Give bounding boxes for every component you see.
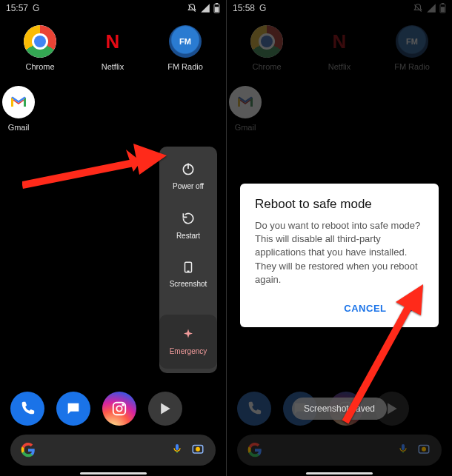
app-fmradio[interactable]: FM FM Radio xyxy=(153,25,218,71)
messages-icon xyxy=(65,400,82,417)
status-time: 15:57 xyxy=(6,3,28,13)
screenshot-button[interactable]: Screenshot xyxy=(159,250,217,298)
svg-rect-2 xyxy=(216,3,219,4)
app-label: Chrome xyxy=(25,62,54,71)
left-phone-screen: 15:57 G Chrome N Netflix xyxy=(0,0,226,476)
emergency-label: Emergency xyxy=(170,347,207,355)
signal-icon xyxy=(200,3,210,13)
mic-icon[interactable] xyxy=(171,441,183,459)
phone-icon xyxy=(246,400,262,417)
dock-phone-app[interactable] xyxy=(237,392,271,426)
app-label: Netflix xyxy=(102,62,124,71)
emergency-icon xyxy=(182,328,195,341)
nav-handle[interactable] xyxy=(80,472,147,475)
play-icon xyxy=(385,401,399,416)
dock-play-app[interactable] xyxy=(148,392,182,426)
svg-marker-14 xyxy=(126,150,141,172)
mic-icon[interactable] xyxy=(397,441,409,459)
nav-handle[interactable] xyxy=(306,472,373,475)
status-bar: 15:57 G xyxy=(0,0,226,16)
phone-icon xyxy=(19,400,36,417)
svg-point-10 xyxy=(122,404,124,406)
screenshot-label: Screenshot xyxy=(170,280,207,288)
power-off-button[interactable]: Power off xyxy=(159,151,217,201)
restart-icon xyxy=(181,211,196,226)
ok-button[interactable]: OK xyxy=(403,297,425,320)
dnd-icon xyxy=(187,3,197,13)
google-indicator: G xyxy=(33,3,39,13)
cancel-button[interactable]: CANCEL xyxy=(341,297,389,320)
play-icon xyxy=(158,401,173,416)
app-netflix[interactable]: N Netflix xyxy=(80,25,145,71)
power-menu: Power off Restart Screenshot Emergency xyxy=(159,147,217,373)
power-icon xyxy=(181,161,196,176)
app-label: Gmail xyxy=(8,123,30,132)
fmradio-icon: FM xyxy=(169,25,202,58)
restart-label: Restart xyxy=(176,232,200,240)
dock xyxy=(0,392,226,426)
google-g-icon xyxy=(21,443,36,457)
dialog-body: Do you want to reboot into safe mode? Th… xyxy=(255,219,424,286)
dialog-title: Reboot to safe mode xyxy=(255,197,424,212)
restart-button[interactable]: Restart xyxy=(159,201,217,250)
svg-rect-3 xyxy=(215,7,219,12)
screenshot-toast[interactable]: Screenshot saved xyxy=(292,398,387,420)
svg-point-12 xyxy=(196,447,200,452)
annotation-arrow-poweroff xyxy=(22,141,170,200)
emergency-button[interactable]: Emergency xyxy=(159,315,217,369)
netflix-icon: N xyxy=(96,25,129,58)
app-grid-row-1: Chrome N Netflix FM FM Radio xyxy=(0,16,226,71)
svg-point-9 xyxy=(116,406,122,411)
right-phone-screen: 15:58 G Chrome N Netflix FM FM Radio xyxy=(226,0,452,476)
app-grid-row-2: Gmail xyxy=(0,77,226,132)
screenshot-icon xyxy=(182,261,195,274)
app-gmail[interactable]: Gmail xyxy=(0,86,40,132)
svg-line-13 xyxy=(22,161,141,185)
app-chrome[interactable]: Chrome xyxy=(7,25,73,71)
google-g-icon xyxy=(247,443,262,457)
power-off-label: Power off xyxy=(173,182,204,190)
lens-icon[interactable] xyxy=(416,442,431,458)
dock-phone-app[interactable] xyxy=(10,392,44,426)
google-search-bar[interactable] xyxy=(10,435,216,466)
dock-instagram-app[interactable] xyxy=(102,392,136,426)
google-search-bar[interactable] xyxy=(237,435,442,466)
safe-mode-dialog: Reboot to safe mode Do you want to reboo… xyxy=(240,184,439,327)
svg-point-24 xyxy=(422,447,426,452)
app-label: FM Radio xyxy=(167,62,203,71)
instagram-icon xyxy=(111,400,127,417)
gmail-icon xyxy=(2,86,35,118)
chrome-icon xyxy=(24,25,56,58)
dock-messages-app[interactable] xyxy=(56,392,90,426)
lens-icon[interactable] xyxy=(190,442,205,458)
battery-icon xyxy=(213,3,220,13)
